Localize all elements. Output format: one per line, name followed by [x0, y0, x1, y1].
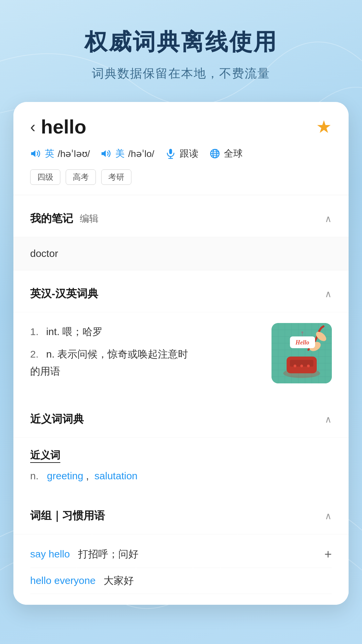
uk-speaker-icon [30, 148, 42, 159]
dict-item-2: 2. n. 表示问候，惊奇或唤起注意时的用语 [30, 345, 261, 380]
en-zh-dict-header[interactable]: 英汉-汉英词典 ∧ [13, 276, 349, 312]
notes-content: doctor [13, 237, 349, 270]
phrase-text-2: hello everyone 大家好 [30, 574, 134, 588]
notes-section-header[interactable]: 我的笔记 编辑 ∧ [13, 201, 349, 237]
svg-point-30 [307, 365, 310, 367]
dict-def-1: int. 喂；哈罗 [46, 326, 103, 337]
notes-edit-button[interactable]: 编辑 [80, 212, 99, 225]
en-zh-dict-section: 英汉-汉英词典 ∧ 1. int. 喂；哈罗 2. n. 表示问候，惊奇或唤起注… [13, 276, 349, 396]
word-nav: ‹ hello [30, 115, 86, 138]
synonym-content: 近义词 n. greeting , salutation [13, 438, 349, 492]
phrase-add-1[interactable]: + [324, 547, 332, 561]
dict-def-2: n. 表示问候，惊奇或唤起注意时的用语 [30, 348, 188, 377]
synonym-word-1[interactable]: greeting [47, 470, 83, 481]
main-title: 权威词典离线使用 [13, 27, 349, 57]
phrase-zh-2: 大家好 [104, 575, 134, 586]
en-zh-chevron-icon: ∧ [325, 288, 332, 300]
back-button[interactable]: ‹ [30, 119, 36, 135]
synonym-title: 近义词词典 [30, 412, 84, 427]
global-button[interactable]: 全球 [209, 147, 243, 160]
synonym-section-header[interactable]: 近义词词典 ∧ [13, 401, 349, 438]
phrase-zh-1: 打招呼；问好 [78, 548, 138, 559]
us-phonetic: /həˈlo/ [128, 148, 154, 159]
phrases-section-header[interactable]: 词组｜习惯用语 ∧ [13, 498, 349, 534]
microphone-icon [165, 148, 176, 159]
hello-illustration: Hello [272, 323, 332, 383]
svg-marker-0 [31, 150, 36, 157]
phrases-chevron-icon: ∧ [325, 511, 332, 522]
favorite-button[interactable]: ★ [316, 117, 332, 137]
synonym-word-2[interactable]: salutation [95, 470, 137, 481]
dictionary-card: ‹ hello ★ 英 /həˈləʊ/ [13, 102, 349, 605]
dict-num-1: 1. [30, 326, 41, 337]
us-pronunciation[interactable]: 美 /həˈlo/ [101, 147, 154, 160]
word-header: ‹ hello ★ 英 /həˈləʊ/ [13, 102, 349, 195]
phrase-item-1: say hello 打招呼；问好 + [30, 541, 332, 568]
phrases-section: 词组｜习惯用语 ∧ say hello 打招呼；问好 + hello every… [13, 498, 349, 605]
us-label: 美 [115, 147, 125, 160]
svg-point-36 [301, 331, 303, 333]
globe-icon [209, 148, 221, 159]
dict-item-1: 1. int. 喂；哈罗 [30, 323, 261, 340]
synonym-entry-1: n. greeting , salutation [30, 470, 332, 482]
pronunciation-row: 英 /həˈləʊ/ 美 /həˈlo/ [30, 147, 332, 160]
svg-text:Hello: Hello [295, 339, 309, 346]
dict-definitions: 1. int. 喂；哈罗 2. n. 表示问候，惊奇或唤起注意时的用语 [30, 323, 261, 385]
follow-read-button[interactable]: 跟读 [165, 147, 198, 160]
phrase-en-1[interactable]: say hello [30, 548, 70, 559]
exam-tags: 四级 高考 考研 [30, 169, 332, 185]
svg-point-29 [300, 365, 303, 367]
dict-content: 1. int. 喂；哈罗 2. n. 表示问候，惊奇或唤起注意时的用语 [13, 312, 349, 396]
synonym-chevron-icon: ∧ [325, 414, 332, 425]
uk-pronunciation[interactable]: 英 /həˈləʊ/ [30, 147, 90, 160]
notes-title-wrap: 我的笔记 编辑 [30, 211, 99, 226]
word-title-row: ‹ hello ★ [30, 115, 332, 138]
word-heading: hello [41, 115, 86, 138]
svg-point-28 [294, 365, 296, 367]
tag-gaokao: 高考 [66, 169, 96, 185]
dict-num-2: 2. [30, 348, 41, 360]
synonym-pos: n. [30, 470, 44, 481]
phrase-text-1: say hello 打招呼；问好 [30, 547, 138, 561]
notes-section: 我的笔记 编辑 ∧ doctor [13, 201, 349, 270]
svg-marker-1 [102, 150, 106, 157]
uk-label: 英 [45, 147, 54, 160]
notes-title: 我的笔记 [30, 211, 73, 226]
us-speaker-icon [101, 148, 112, 159]
top-section: 权威词典离线使用 词典数据保留在本地，不费流量 [0, 0, 362, 102]
tag-cet4: 四级 [30, 169, 60, 185]
phrases-content: say hello 打招呼；问好 + hello everyone 大家好 [13, 534, 349, 605]
svg-rect-2 [169, 149, 172, 154]
en-zh-dict-title: 英汉-汉英词典 [30, 286, 98, 301]
synonym-section-label: 近义词 [30, 448, 60, 463]
tag-kaoyan: 考研 [101, 169, 131, 185]
synonym-comma: , [86, 470, 92, 481]
phrase-item-2: hello everyone 大家好 [30, 568, 332, 594]
phrases-title: 词组｜习惯用语 [30, 508, 105, 523]
phrase-en-2[interactable]: hello everyone [30, 575, 96, 586]
notes-text: doctor [30, 248, 58, 259]
uk-phonetic: /həˈləʊ/ [58, 148, 90, 159]
hello-image: Hello [272, 323, 332, 383]
notes-chevron-icon: ∧ [325, 213, 332, 224]
sub-title: 词典数据保留在本地，不费流量 [13, 65, 349, 82]
follow-read-label: 跟读 [180, 147, 198, 160]
synonym-section: 近义词词典 ∧ 近义词 n. greeting , salutation [13, 401, 349, 492]
global-label: 全球 [224, 147, 243, 160]
